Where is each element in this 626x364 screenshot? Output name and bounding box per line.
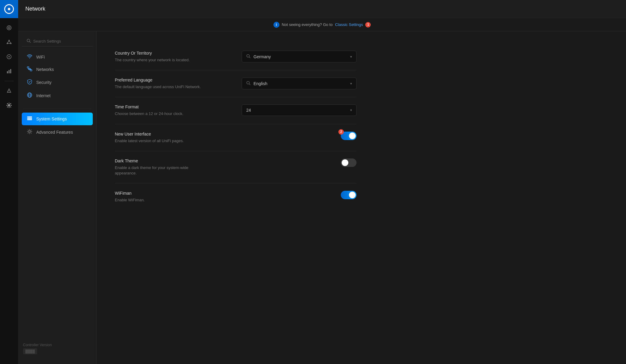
content-area: Search Settings WiFi [18, 31, 626, 364]
globe-icon [27, 92, 33, 99]
time-format-control: 24 ▾ [242, 104, 357, 116]
advanced-features-icon [27, 129, 33, 136]
time-format-value: 24 [246, 108, 347, 113]
country-control: Germany ▾ [242, 51, 357, 62]
setting-row-wifiman: WiFiman Enable WiFiman. [115, 184, 357, 210]
svg-line-17 [30, 42, 31, 43]
dark-theme-description: Enable a dark theme for your system-wide… [115, 165, 205, 176]
sidebar-item-system-settings[interactable]: System Settings [22, 113, 93, 125]
notice-info-icon: i [273, 22, 279, 28]
dropdown-arrow: ▾ [350, 55, 352, 59]
top-header: Network [18, 0, 626, 18]
language-dropdown[interactable]: English ▾ [242, 78, 357, 89]
page-title: Network [25, 6, 45, 12]
search-box[interactable]: Search Settings [22, 36, 93, 46]
svg-rect-12 [10, 69, 11, 73]
search-placeholder: Search Settings [33, 39, 61, 43]
svg-point-9 [8, 56, 10, 57]
sidebar-footer: Controller Version ████ [18, 338, 96, 359]
app-logo[interactable] [0, 0, 18, 18]
new-ui-description: Enable latest version of all UniFi pages… [115, 138, 205, 144]
setting-row-country: Country Or Territory The country where y… [115, 43, 357, 70]
country-value: Germany [253, 54, 347, 59]
shield-icon [27, 79, 33, 86]
svg-point-14 [9, 91, 9, 92]
controller-version-label: Controller Version [23, 343, 92, 347]
sidebar-item-wifi-label: WiFi [36, 55, 45, 59]
svg-point-32 [29, 131, 31, 133]
setting-row-language: Preferred Language The default language … [115, 70, 357, 97]
country-dropdown[interactable]: Germany ▾ [242, 51, 357, 62]
main-content: Country Or Territory The country where y… [97, 31, 626, 364]
svg-point-18 [29, 58, 30, 59]
dropdown-search-icon [246, 54, 250, 59]
sidebar-item-wifi[interactable]: WiFi [22, 51, 93, 63]
setting-row-time-format: Time Format Choose between a 12 or 24-ho… [115, 97, 357, 124]
nav-divider [23, 109, 92, 109]
setting-info-new-ui: New User Interface Enable latest version… [115, 132, 329, 144]
language-label: Preferred Language [115, 78, 230, 82]
system-settings-icon [27, 116, 33, 122]
setting-row-new-ui: New User Interface Enable latest version… [115, 124, 357, 151]
svg-line-34 [249, 57, 250, 58]
svg-rect-21 [30, 70, 32, 71]
setting-info-time-format: Time Format Choose between a 12 or 24-ho… [115, 104, 230, 117]
settings-nav-icon[interactable] [3, 99, 15, 111]
icon-bar [0, 0, 18, 364]
language-control: English ▾ [242, 78, 357, 89]
wifiman-toggle[interactable] [341, 191, 357, 199]
search-icon [27, 39, 31, 44]
svg-line-5 [7, 41, 9, 43]
toggle-knob-dark [342, 159, 348, 166]
wifiman-label: WiFiman [115, 191, 329, 196]
svg-rect-19 [27, 67, 29, 68]
dark-theme-label: Dark Theme [115, 158, 329, 163]
dark-theme-toggle[interactable] [341, 158, 357, 167]
language-description: The default language used across UniFi N… [115, 84, 205, 90]
alerts-nav-icon[interactable] [3, 85, 15, 97]
svg-rect-31 [27, 119, 32, 120]
sidebar-item-internet[interactable]: Internet [22, 89, 93, 102]
svg-rect-29 [27, 117, 32, 117]
time-format-label: Time Format [115, 104, 230, 109]
clients-nav-icon[interactable] [3, 51, 15, 63]
dark-theme-control [341, 158, 357, 167]
sidebar-item-networks[interactable]: Networks [22, 63, 93, 75]
nav-section-bottom: System Settings Advanced Features [18, 113, 96, 139]
topology-nav-icon[interactable] [3, 36, 15, 48]
settings-section: Country Or Territory The country where y… [115, 43, 357, 210]
dropdown-search-icon-2 [246, 81, 250, 86]
notice-badge: 1 [365, 22, 371, 27]
sidebar-item-security-label: Security [36, 80, 52, 85]
notice-text: Not seeing everything? Go to [282, 22, 333, 27]
notice-bar: i Not seeing everything? Go to Classic S… [18, 18, 626, 31]
wifi-icon [27, 54, 33, 60]
logo-circle [4, 4, 14, 14]
wifiman-description: Enable WiFiman. [115, 197, 205, 203]
setting-info-wifiman: WiFiman Enable WiFiman. [115, 191, 329, 203]
icon-bar-divider [5, 81, 14, 81]
new-ui-badge: 2 [338, 129, 344, 135]
controller-version-value: ████ [23, 348, 37, 354]
sidebar-item-advanced-features[interactable]: Advanced Features [22, 126, 93, 139]
svg-line-6 [9, 41, 11, 43]
new-ui-label: New User Interface [115, 132, 329, 136]
sidebar: Search Settings WiFi [18, 31, 97, 364]
reports-nav-icon[interactable] [3, 65, 15, 77]
sidebar-item-networks-label: Networks [36, 67, 54, 72]
svg-point-0 [7, 26, 11, 30]
new-ui-toggle-wrap: 2 [341, 132, 357, 140]
classic-settings-link[interactable]: Classic Settings [335, 22, 363, 27]
setting-row-dark-theme: Dark Theme Enable a dark theme for your … [115, 151, 357, 184]
svg-rect-30 [27, 118, 32, 119]
network-icon [27, 66, 33, 72]
new-ui-control: 2 [341, 132, 357, 140]
time-format-dropdown[interactable]: 24 ▾ [242, 104, 357, 116]
svg-point-15 [8, 105, 10, 106]
sidebar-item-security[interactable]: Security [22, 76, 93, 89]
statistics-nav-icon[interactable] [3, 22, 15, 34]
svg-point-2 [8, 40, 10, 41]
svg-rect-11 [9, 70, 10, 73]
setting-info-dark-theme: Dark Theme Enable a dark theme for your … [115, 158, 329, 176]
logo-dot [8, 8, 10, 10]
